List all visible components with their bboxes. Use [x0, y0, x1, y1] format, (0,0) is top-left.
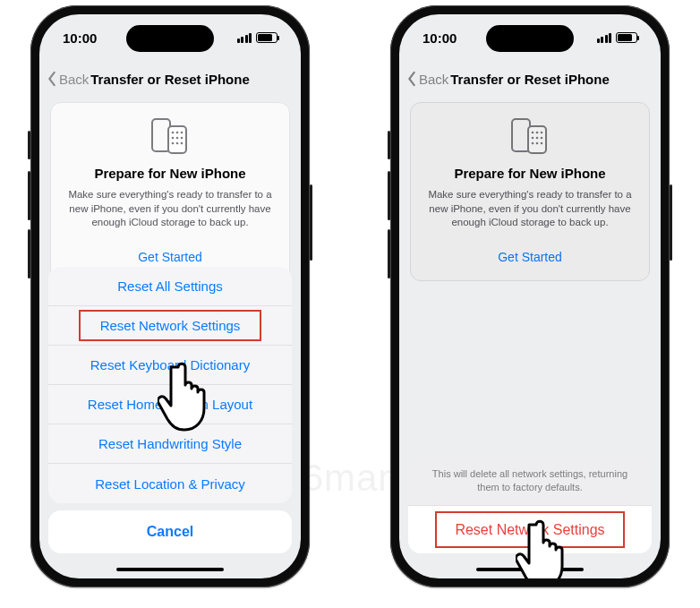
reset-home-screen-layout-option[interactable]: Reset Home Screen Layout — [48, 385, 292, 424]
prepare-card: Prepare for New iPhone Make sure everyth… — [50, 102, 290, 281]
svg-point-17 — [536, 137, 539, 140]
prepare-card: Prepare for New iPhone Make sure everyth… — [410, 102, 650, 281]
option-label: Reset Handwriting Style — [98, 436, 242, 451]
two-devices-icon — [64, 117, 277, 157]
nav-back-button[interactable]: Back — [47, 61, 89, 97]
reset-all-settings-option[interactable]: Reset All Settings — [48, 267, 292, 306]
phone-right: 10:00 Back Transfer or Reset iPhone — [390, 5, 670, 587]
svg-point-14 — [536, 132, 539, 134]
svg-point-21 — [541, 142, 543, 145]
svg-point-13 — [532, 132, 534, 134]
svg-point-2 — [172, 132, 175, 134]
reset-action-sheet: Reset All Settings Reset Network Setting… — [39, 267, 301, 578]
svg-point-4 — [181, 132, 184, 134]
svg-point-16 — [532, 137, 534, 140]
dynamic-island — [126, 25, 214, 52]
option-label: Reset Home Screen Layout — [88, 397, 252, 412]
nav-title: Transfer or Reset iPhone — [90, 72, 250, 87]
status-time: 10:00 — [423, 30, 457, 46]
reset-handwriting-style-option[interactable]: Reset Handwriting Style — [48, 424, 292, 464]
option-label: Reset All Settings — [117, 278, 223, 294]
dynamic-island — [486, 25, 574, 52]
nav-back-label: Back — [59, 72, 89, 87]
reset-location-privacy-option[interactable]: Reset Location & Privacy — [48, 464, 292, 503]
option-label: Reset Network Settings — [100, 318, 241, 333]
svg-rect-1 — [168, 126, 186, 153]
card-heading: Prepare for New iPhone — [64, 166, 277, 181]
reset-keyboard-dictionary-option[interactable]: Reset Keyboard Dictionary — [48, 346, 292, 385]
navigation-bar: Back Transfer or Reset iPhone — [39, 61, 301, 97]
svg-point-19 — [532, 142, 534, 145]
nav-back-button[interactable]: Back — [406, 61, 448, 97]
cancel-button[interactable]: Cancel — [48, 510, 292, 553]
home-indicator[interactable] — [116, 568, 224, 571]
navigation-bar: Back Transfer or Reset iPhone — [399, 61, 661, 97]
cell-signal-icon — [597, 33, 612, 43]
chevron-left-icon — [406, 71, 417, 87]
confirm-message: This will delete all network settings, r… — [408, 455, 652, 505]
battery-icon — [256, 32, 277, 43]
svg-point-8 — [172, 142, 175, 145]
svg-point-10 — [181, 142, 184, 145]
svg-point-3 — [176, 132, 179, 134]
status-time: 10:00 — [63, 30, 97, 46]
get-started-button[interactable]: Get Started — [423, 243, 636, 271]
svg-point-18 — [541, 137, 543, 140]
battery-icon — [616, 32, 637, 43]
svg-rect-12 — [528, 126, 546, 153]
reset-network-settings-option[interactable]: Reset Network Settings — [48, 306, 292, 346]
nav-back-label: Back — [419, 72, 448, 87]
chevron-left-icon — [47, 71, 57, 87]
confirm-action-sheet: This will delete all network settings, r… — [399, 455, 661, 578]
svg-point-5 — [172, 137, 175, 140]
svg-point-9 — [176, 142, 179, 145]
two-devices-icon — [423, 117, 636, 157]
card-body: Make sure everything's ready to transfer… — [64, 188, 277, 230]
svg-point-6 — [176, 137, 179, 140]
home-indicator[interactable] — [476, 568, 584, 571]
nav-title: Transfer or Reset iPhone — [450, 72, 610, 87]
svg-point-7 — [181, 137, 184, 140]
card-body: Make sure everything's ready to transfer… — [423, 188, 636, 230]
cell-signal-icon — [237, 33, 252, 43]
phone-left: 10:00 Back Transfer or Reset iPhone — [30, 5, 310, 587]
option-label: Reset Keyboard Dictionary — [90, 357, 250, 373]
reset-network-settings-confirm[interactable]: Reset Network Settings — [408, 505, 652, 553]
card-heading: Prepare for New iPhone — [423, 166, 636, 181]
svg-point-20 — [536, 142, 539, 145]
svg-point-15 — [541, 132, 543, 134]
confirm-action-label: Reset Network Settings — [455, 522, 604, 538]
option-label: Reset Location & Privacy — [95, 476, 245, 492]
